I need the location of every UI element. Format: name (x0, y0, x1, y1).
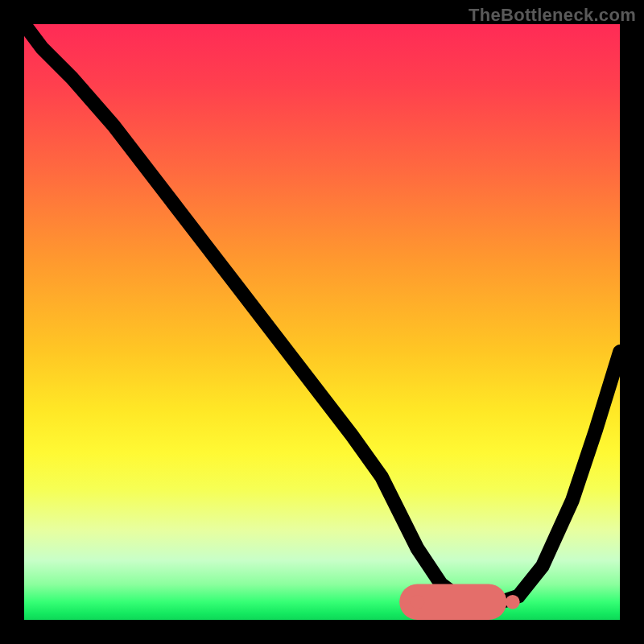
optimal-range-start-dot (411, 595, 425, 609)
chart-frame: TheBottleneck.com (0, 0, 644, 644)
curve-svg (24, 24, 620, 620)
optimal-range-end-dot (506, 595, 520, 609)
watermark-text: TheBottleneck.com (469, 5, 636, 26)
plot-area (24, 24, 620, 620)
bottleneck-curve (24, 24, 620, 602)
